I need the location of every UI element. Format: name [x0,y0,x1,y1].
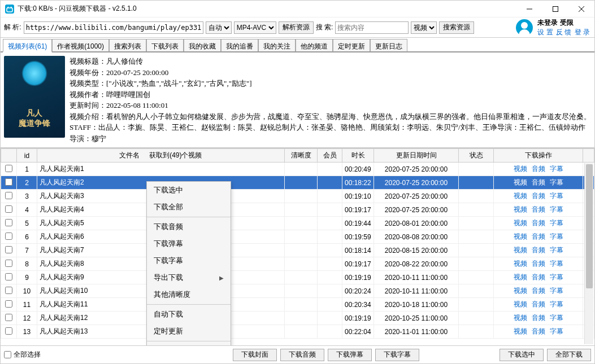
row-audio-link[interactable]: 音频 [532,165,545,173]
dl-all-button[interactable]: 全部下载 [547,349,591,361]
menu-item[interactable]: 下载全部 [147,199,231,216]
row-audio-link[interactable]: 音频 [532,260,545,267]
row-video-link[interactable]: 视频 [514,246,527,254]
menu-item[interactable]: 下载字幕 [147,252,231,269]
row-video-link[interactable]: 视频 [514,165,527,173]
tab-9[interactable]: 更新日志 [370,39,407,51]
row-audio-link[interactable]: 音频 [532,273,545,281]
row-sub-link[interactable]: 字幕 [550,192,563,200]
row-audio-link[interactable]: 音频 [532,246,545,254]
row-audio-link[interactable]: 音频 [532,314,545,322]
table-row[interactable]: 9凡人风起天南900:19:192020-10-11 11:00:00视频音频字… [1,271,594,284]
table-row[interactable]: 4凡人风起天南400:19:172020-07-25 20:00:00视频音频字… [1,203,594,217]
table-row[interactable]: 12凡人风起天南1200:19:192020-10-25 11:00:00视频音… [1,312,594,325]
row-audio-link[interactable]: 音频 [532,327,545,335]
table-row[interactable]: 3凡人风起天南300:19:102020-07-25 20:00:00视频音频字… [1,190,594,203]
row-video-link[interactable]: 视频 [514,287,527,295]
row-checkbox[interactable] [5,165,12,172]
row-checkbox[interactable] [5,300,12,308]
menu-item[interactable]: 下载选中 [147,182,231,199]
format-select[interactable]: MP4-AVC [234,21,276,34]
row-sub-link[interactable]: 字幕 [550,287,563,295]
row-checkbox[interactable] [5,246,12,253]
row-checkbox[interactable] [5,314,12,321]
search-type-select[interactable]: 视频 [411,21,437,34]
dl-audio-button[interactable]: 下载音频 [280,349,324,361]
row-video-link[interactable]: 视频 [514,327,527,335]
maximize-button[interactable] [542,1,568,17]
row-audio-link[interactable]: 音频 [532,287,545,295]
scrollbar-thumb[interactable] [586,164,593,288]
col-status[interactable]: 状态 [459,149,494,163]
row-sub-link[interactable]: 字幕 [550,178,563,186]
row-audio-link[interactable]: 音频 [532,178,545,186]
table-row[interactable]: 6凡人风起天南600:19:592020-08-08 20:00:00视频音频字… [1,230,594,244]
tab-6[interactable]: 我的关注 [258,39,296,51]
row-video-link[interactable]: 视频 [514,300,527,308]
avatar-icon[interactable] [516,19,533,36]
table-row[interactable]: 13凡人风起天南1300:22:042020-11-01 11:00:00视频音… [1,325,594,339]
minimize-button[interactable] [516,1,542,17]
col-clarity[interactable]: 清晰度 [285,149,318,163]
auto-select[interactable]: 自动 [206,21,232,34]
search-input[interactable] [335,21,409,34]
tab-4[interactable]: 我的收藏 [184,39,221,51]
search-button[interactable]: 搜索资源 [439,21,474,34]
table-row[interactable]: 1凡人风起天南100:20:492020-07-25 20:00:00视频音频字… [1,163,594,176]
menu-item[interactable]: 下载音频 [147,218,231,235]
url-input[interactable] [24,21,203,34]
row-audio-link[interactable]: 音频 [532,205,545,213]
table-row[interactable]: 11凡人风起天南1100:20:342020-10-18 11:00:00视频音… [1,298,594,312]
col-member[interactable]: 会员 [318,149,342,163]
col-duration[interactable]: 时长 [342,149,374,163]
row-sub-link[interactable]: 字幕 [550,314,563,322]
menu-item[interactable]: 其他清晰度 [147,286,231,303]
col-date[interactable]: 更新日期时间 [374,149,459,163]
row-video-link[interactable]: 视频 [514,314,527,322]
tab-3[interactable]: 下载列表 [146,39,184,51]
row-checkbox[interactable] [5,205,12,213]
row-checkbox[interactable] [5,327,12,335]
parse-button[interactable]: 解析资源 [279,21,314,34]
login-link[interactable]: 登 录 [575,28,590,36]
row-video-link[interactable]: 视频 [514,219,527,227]
row-checkbox[interactable] [5,192,12,199]
row-audio-link[interactable]: 音频 [532,233,545,240]
row-checkbox[interactable] [5,219,12,226]
tab-7[interactable]: 他的频道 [296,39,333,51]
col-action[interactable]: 下载操作 [494,149,583,163]
row-checkbox[interactable] [5,287,12,294]
settings-link[interactable]: 设 置 [537,28,553,36]
dl-cover-button[interactable]: 下载封面 [233,349,277,361]
row-audio-link[interactable]: 音频 [532,192,545,200]
row-sub-link[interactable]: 字幕 [550,260,563,267]
dl-sub-button[interactable]: 下载字幕 [375,349,419,361]
row-sub-link[interactable]: 字幕 [550,273,563,281]
tab-1[interactable]: 作者视频(1000) [52,39,109,51]
row-video-link[interactable]: 视频 [514,260,527,267]
row-checkbox[interactable] [5,233,12,240]
row-sub-link[interactable]: 字幕 [550,165,563,173]
feedback-link[interactable]: 反 馈 [556,28,571,36]
table-row[interactable]: 5凡人风起天南500:19:442020-08-01 20:00:00视频音频字… [1,217,594,230]
dl-danmu-button[interactable]: 下载弹幕 [328,349,372,361]
col-filename[interactable]: 文件名 获取到(49)个视频 [37,149,285,163]
row-video-link[interactable]: 视频 [514,178,527,186]
tab-2[interactable]: 搜索列表 [109,39,146,51]
row-video-link[interactable]: 视频 [514,192,527,200]
tab-5[interactable]: 我的追番 [221,39,258,51]
row-sub-link[interactable]: 字幕 [550,205,563,213]
menu-item[interactable]: 下载弹幕 [147,235,231,252]
row-checkbox[interactable] [5,273,12,280]
row-sub-link[interactable]: 字幕 [550,219,563,227]
menu-item[interactable]: 自动下载 [147,306,231,323]
tab-0[interactable]: 视频列表(61) [3,39,52,52]
menu-item[interactable]: 定时更新 [147,323,231,340]
row-sub-link[interactable]: 字幕 [550,233,563,240]
close-button[interactable] [568,1,594,17]
col-id[interactable]: id [17,149,37,163]
table-row[interactable]: 7凡人风起天南700:18:142020-08-15 20:00:00视频音频字… [1,244,594,257]
menu-item[interactable]: 程序设置 [147,343,231,345]
row-checkbox[interactable] [5,260,12,267]
row-video-link[interactable]: 视频 [514,233,527,240]
